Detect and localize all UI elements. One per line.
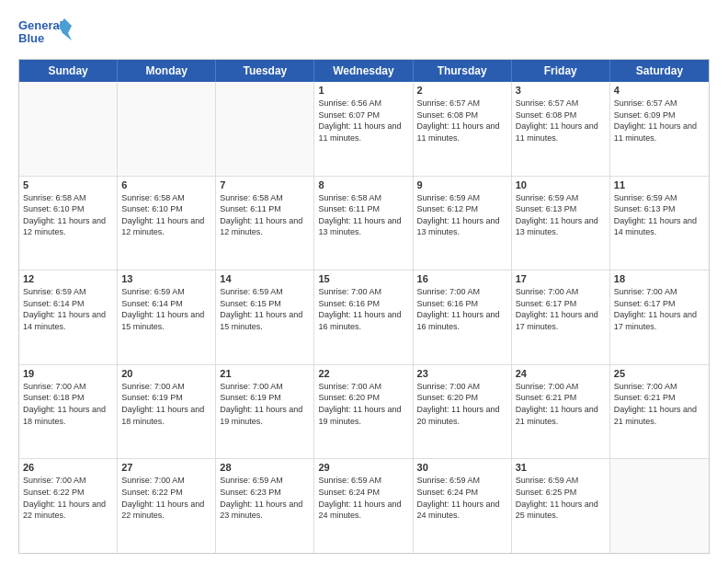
day-number: 22 [318, 368, 408, 379]
day-info: Sunrise: 7:00 AM Sunset: 6:21 PM Dayligh… [516, 381, 606, 427]
day-number: 30 [417, 462, 507, 473]
day-cell-8: 8Sunrise: 6:58 AM Sunset: 6:11 PM Daylig… [314, 177, 413, 270]
day-cell-1: 1Sunrise: 6:56 AM Sunset: 6:07 PM Daylig… [314, 82, 413, 176]
day-cell-10: 10Sunrise: 6:59 AM Sunset: 6:13 PM Dayli… [512, 177, 610, 270]
day-number: 5 [23, 179, 113, 190]
day-number: 12 [23, 273, 113, 284]
day-cell-21: 21Sunrise: 7:00 AM Sunset: 6:19 PM Dayli… [216, 365, 314, 459]
day-cell-17: 17Sunrise: 7:00 AM Sunset: 6:17 PM Dayli… [512, 270, 610, 364]
day-cell-15: 15Sunrise: 7:00 AM Sunset: 6:16 PM Dayli… [314, 270, 413, 364]
day-info: Sunrise: 6:59 AM Sunset: 6:23 PM Dayligh… [220, 475, 310, 521]
day-cell-4: 4Sunrise: 6:57 AM Sunset: 6:09 PM Daylig… [610, 82, 709, 176]
day-cell-24: 24Sunrise: 7:00 AM Sunset: 6:21 PM Dayli… [512, 365, 610, 459]
day-number: 27 [121, 462, 211, 473]
logo: General Blue [18, 15, 74, 52]
day-number: 16 [417, 273, 507, 284]
day-info: Sunrise: 6:56 AM Sunset: 6:07 PM Dayligh… [318, 98, 408, 144]
day-info: Sunrise: 7:00 AM Sunset: 6:17 PM Dayligh… [614, 286, 705, 332]
day-info: Sunrise: 6:57 AM Sunset: 6:09 PM Dayligh… [614, 98, 705, 144]
day-cell-28: 28Sunrise: 6:59 AM Sunset: 6:23 PM Dayli… [216, 459, 314, 553]
day-cell-14: 14Sunrise: 6:59 AM Sunset: 6:15 PM Dayli… [216, 270, 314, 364]
day-number: 4 [614, 85, 705, 96]
day-number: 19 [23, 368, 113, 379]
day-info: Sunrise: 6:58 AM Sunset: 6:10 PM Dayligh… [23, 192, 113, 238]
day-cell-31: 31Sunrise: 6:59 AM Sunset: 6:25 PM Dayli… [512, 459, 610, 553]
day-info: Sunrise: 7:00 AM Sunset: 6:19 PM Dayligh… [220, 381, 310, 427]
day-cell-empty [118, 82, 216, 176]
day-number: 1 [318, 85, 408, 96]
day-info: Sunrise: 7:00 AM Sunset: 6:16 PM Dayligh… [417, 286, 507, 332]
day-info: Sunrise: 6:59 AM Sunset: 6:24 PM Dayligh… [417, 475, 507, 521]
calendar-row-0: 1Sunrise: 6:56 AM Sunset: 6:07 PM Daylig… [19, 82, 709, 177]
calendar-body: 1Sunrise: 6:56 AM Sunset: 6:07 PM Daylig… [19, 82, 709, 553]
day-cell-9: 9Sunrise: 6:59 AM Sunset: 6:12 PM Daylig… [414, 177, 512, 270]
day-cell-27: 27Sunrise: 7:00 AM Sunset: 6:22 PM Dayli… [118, 459, 216, 553]
calendar-row-4: 26Sunrise: 7:00 AM Sunset: 6:22 PM Dayli… [19, 459, 709, 553]
day-info: Sunrise: 7:00 AM Sunset: 6:17 PM Dayligh… [516, 286, 606, 332]
day-number: 18 [614, 273, 705, 284]
day-cell-empty [610, 459, 709, 553]
day-info: Sunrise: 6:58 AM Sunset: 6:11 PM Dayligh… [318, 192, 408, 238]
day-cell-25: 25Sunrise: 7:00 AM Sunset: 6:21 PM Dayli… [610, 365, 709, 459]
day-cell-16: 16Sunrise: 7:00 AM Sunset: 6:16 PM Dayli… [414, 270, 512, 364]
day-number: 23 [417, 368, 507, 379]
day-number: 10 [516, 179, 606, 190]
page: General Blue SundayMondayTuesdayWednesda… [0, 0, 728, 563]
day-number: 29 [318, 462, 408, 473]
day-number: 3 [516, 85, 606, 96]
day-number: 15 [318, 273, 408, 284]
day-info: Sunrise: 7:00 AM Sunset: 6:19 PM Dayligh… [121, 381, 211, 427]
day-info: Sunrise: 6:59 AM Sunset: 6:24 PM Dayligh… [318, 475, 408, 521]
day-number: 24 [516, 368, 606, 379]
top-section: General Blue [18, 15, 710, 52]
day-number: 14 [220, 273, 310, 284]
day-number: 2 [417, 85, 507, 96]
day-cell-19: 19Sunrise: 7:00 AM Sunset: 6:18 PM Dayli… [19, 365, 118, 459]
day-cell-20: 20Sunrise: 7:00 AM Sunset: 6:19 PM Dayli… [118, 365, 216, 459]
day-number: 26 [23, 462, 113, 473]
day-number: 21 [220, 368, 310, 379]
day-info: Sunrise: 6:59 AM Sunset: 6:12 PM Dayligh… [417, 192, 507, 238]
calendar-row-2: 12Sunrise: 6:59 AM Sunset: 6:14 PM Dayli… [19, 270, 709, 365]
day-number: 6 [121, 179, 211, 190]
day-info: Sunrise: 7:00 AM Sunset: 6:21 PM Dayligh… [614, 381, 705, 427]
day-info: Sunrise: 7:00 AM Sunset: 6:16 PM Dayligh… [318, 286, 408, 332]
day-number: 7 [220, 179, 310, 190]
calendar-row-3: 19Sunrise: 7:00 AM Sunset: 6:18 PM Dayli… [19, 365, 709, 460]
day-info: Sunrise: 6:58 AM Sunset: 6:11 PM Dayligh… [220, 192, 310, 238]
day-number: 9 [417, 179, 507, 190]
day-info: Sunrise: 6:59 AM Sunset: 6:14 PM Dayligh… [121, 286, 211, 332]
day-number: 11 [614, 179, 705, 190]
day-cell-22: 22Sunrise: 7:00 AM Sunset: 6:20 PM Dayli… [314, 365, 413, 459]
day-number: 8 [318, 179, 408, 190]
day-info: Sunrise: 7:00 AM Sunset: 6:18 PM Dayligh… [23, 381, 113, 427]
day-info: Sunrise: 6:57 AM Sunset: 6:08 PM Dayligh… [417, 98, 507, 144]
calendar-row-1: 5Sunrise: 6:58 AM Sunset: 6:10 PM Daylig… [19, 177, 709, 271]
day-info: Sunrise: 6:57 AM Sunset: 6:08 PM Dayligh… [516, 98, 606, 144]
day-number: 17 [516, 273, 606, 284]
day-cell-5: 5Sunrise: 6:58 AM Sunset: 6:10 PM Daylig… [19, 177, 118, 270]
day-number: 25 [614, 368, 705, 379]
day-cell-23: 23Sunrise: 7:00 AM Sunset: 6:20 PM Dayli… [414, 365, 512, 459]
calendar-header: SundayMondayTuesdayWednesdayThursdayFrid… [19, 60, 709, 82]
day-cell-empty [19, 82, 118, 176]
day-cell-12: 12Sunrise: 6:59 AM Sunset: 6:14 PM Dayli… [19, 270, 118, 364]
header-cell-monday: Monday [118, 60, 216, 82]
header-cell-thursday: Thursday [414, 60, 512, 82]
svg-text:General: General [18, 18, 63, 32]
day-number: 28 [220, 462, 310, 473]
logo-icon: General Blue [18, 15, 74, 52]
day-info: Sunrise: 6:59 AM Sunset: 6:13 PM Dayligh… [516, 192, 606, 238]
calendar: SundayMondayTuesdayWednesdayThursdayFrid… [18, 59, 710, 554]
day-number: 31 [516, 462, 606, 473]
header-cell-tuesday: Tuesday [216, 60, 314, 82]
day-cell-26: 26Sunrise: 7:00 AM Sunset: 6:22 PM Dayli… [19, 459, 118, 553]
day-number: 20 [121, 368, 211, 379]
day-cell-13: 13Sunrise: 6:59 AM Sunset: 6:14 PM Dayli… [118, 270, 216, 364]
header-cell-saturday: Saturday [610, 60, 709, 82]
day-info: Sunrise: 7:00 AM Sunset: 6:20 PM Dayligh… [417, 381, 507, 427]
header-cell-sunday: Sunday [19, 60, 118, 82]
day-info: Sunrise: 7:00 AM Sunset: 6:22 PM Dayligh… [23, 475, 113, 521]
day-cell-6: 6Sunrise: 6:58 AM Sunset: 6:10 PM Daylig… [118, 177, 216, 270]
day-info: Sunrise: 6:59 AM Sunset: 6:15 PM Dayligh… [220, 286, 310, 332]
